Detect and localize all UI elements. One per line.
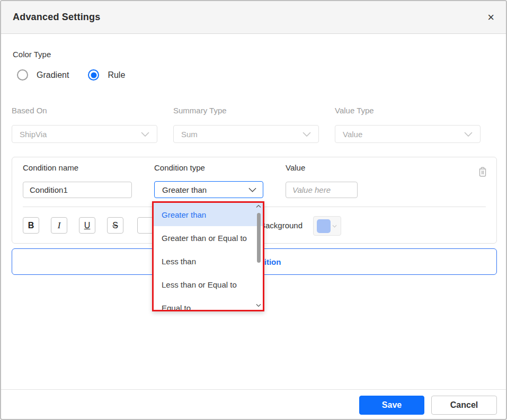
condition-name-input[interactable] [23, 182, 132, 198]
dropdown-item-greater-than-or-equal-to[interactable]: Greater than or Equal to [154, 226, 263, 249]
condition-value-label: Value [286, 163, 305, 172]
cancel-button[interactable]: Cancel [431, 396, 497, 415]
value-type-group: Value Type Value [335, 106, 481, 143]
based-on-select[interactable]: ShipVia [12, 125, 157, 143]
condition-type-value: Greater than [162, 185, 207, 194]
cancel-button-label: Cancel [450, 400, 478, 410]
summary-type-label: Summary Type [173, 106, 319, 115]
chevron-down-icon [141, 132, 149, 137]
close-icon[interactable]: × [487, 12, 494, 23]
strikethrough-button[interactable]: S [107, 217, 123, 234]
value-type-select[interactable]: Value [335, 125, 481, 143]
value-type-value: Value [343, 130, 362, 139]
condition-type-dropdown-popup: Greater than Greater than or Equal to Le… [152, 201, 264, 311]
color-type-label: Color Type [13, 50, 51, 59]
footer-divider [1, 389, 506, 390]
chevron-down-icon [303, 132, 311, 137]
based-on-group: Based On ShipVia [12, 106, 157, 143]
bold-button[interactable]: B [23, 217, 39, 234]
dropdown-scrollbar-thumb[interactable] [257, 213, 261, 263]
underline-button[interactable]: U [79, 217, 95, 234]
radio-rule-label: Rule [108, 70, 125, 80]
dialog-header: Advanced Settings × [1, 1, 506, 34]
scroll-down-icon[interactable] [256, 303, 261, 307]
summary-type-group: Summary Type Sum [173, 106, 319, 143]
advanced-settings-dialog: Advanced Settings × Color Type Gradient … [0, 0, 507, 420]
chevron-down-icon [332, 225, 337, 228]
dropdown-item-less-than[interactable]: Less than [154, 249, 263, 273]
dropdown-item-equal-to[interactable]: Equal to [154, 296, 263, 311]
condition-type-label: Condition type [154, 163, 205, 172]
condition-name-label: Condition name [23, 163, 78, 172]
background-label: Background [260, 221, 303, 230]
condition-type-select[interactable]: Greater than [154, 181, 263, 198]
dropdown-item-less-than-or-equal-to[interactable]: Less than or Equal to [154, 273, 263, 296]
radio-gradient-label: Gradient [37, 70, 69, 80]
condition-value-input[interactable] [286, 182, 358, 198]
italic-button[interactable]: I [51, 217, 67, 234]
summary-type-value: Sum [181, 130, 198, 139]
font-color-button[interactable] [137, 217, 154, 234]
radio-rule[interactable]: Rule [88, 69, 125, 81]
chevron-down-icon [464, 132, 473, 137]
based-on-label: Based On [12, 106, 157, 115]
radio-rule-circle[interactable] [88, 69, 99, 81]
dropdown-item-greater-than[interactable]: Greater than [154, 203, 263, 226]
delete-condition-icon[interactable] [477, 166, 488, 180]
summary-type-select[interactable]: Sum [173, 125, 319, 143]
based-on-value: ShipVia [20, 130, 47, 139]
radio-gradient-circle[interactable] [17, 69, 28, 81]
save-button[interactable]: Save [359, 396, 424, 415]
background-color-picker[interactable] [313, 216, 341, 236]
value-type-label: Value Type [335, 106, 481, 115]
save-button-label: Save [382, 400, 402, 410]
background-color-swatch [317, 219, 331, 233]
radio-gradient[interactable]: Gradient [17, 69, 69, 81]
color-type-radio-group: Gradient Rule [17, 69, 125, 81]
chevron-down-icon [248, 187, 256, 192]
scroll-up-icon[interactable] [256, 204, 261, 208]
dialog-title: Advanced Settings [13, 12, 100, 23]
